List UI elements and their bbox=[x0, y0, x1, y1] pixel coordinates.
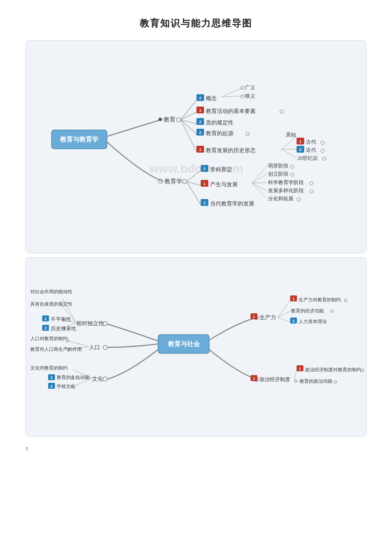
svg-text:教育的起源: 教育的起源 bbox=[206, 130, 233, 136]
svg-text:2: 2 bbox=[299, 147, 301, 152]
svg-text:教育学: 教育学 bbox=[164, 178, 182, 185]
svg-text:近代: 近代 bbox=[306, 147, 316, 153]
svg-text:1: 1 bbox=[199, 147, 201, 152]
svg-text:20世纪后: 20世纪后 bbox=[297, 155, 318, 161]
svg-text:2: 2 bbox=[292, 319, 294, 323]
svg-text:教育发展的历史形态: 教育发展的历史形态 bbox=[206, 147, 256, 153]
map-section-2: 教育与社会 相对独立性 对社会作用的能动性 具有自身质的规定性 2 不平衡性 2… bbox=[26, 257, 366, 436]
svg-text:萌芽阶段: 萌芽阶段 bbox=[268, 163, 288, 169]
svg-text:2: 2 bbox=[44, 326, 46, 330]
svg-text:教育与社会: 教育与社会 bbox=[167, 340, 200, 347]
svg-text:2: 2 bbox=[203, 167, 205, 171]
svg-text:教育与教育学: 教育与教育学 bbox=[60, 136, 98, 143]
svg-text:对社会作用的能动性: 对社会作用的能动性 bbox=[30, 289, 72, 294]
svg-text:1: 1 bbox=[253, 315, 255, 319]
svg-text:2: 2 bbox=[199, 96, 201, 100]
svg-text:教育活动的基本要素: 教育活动的基本要素 bbox=[206, 108, 256, 114]
svg-text:不平衡性: 不平衡性 bbox=[51, 316, 71, 322]
mind-map-container: www.bdocx.com 教育与教育学 教育 2 概念 广义 狭义 bbox=[26, 40, 366, 436]
svg-text:教育: 教育 bbox=[164, 116, 176, 123]
svg-text:文化: 文化 bbox=[92, 376, 103, 382]
svg-text:人口: 人口 bbox=[89, 344, 100, 350]
svg-text:概念: 概念 bbox=[206, 95, 217, 101]
svg-text:政治经济制度: 政治经济制度 bbox=[259, 376, 290, 382]
svg-text:2: 2 bbox=[199, 120, 201, 124]
svg-text:质的规定性: 质的规定性 bbox=[206, 119, 233, 126]
svg-text:产生与发展: 产生与发展 bbox=[210, 181, 238, 188]
svg-text:生产力对教育的制约: 生产力对教育的制约 bbox=[299, 297, 341, 302]
map-section-1: www.bdocx.com 教育与教育学 教育 2 概念 广义 狭义 bbox=[26, 40, 366, 253]
page-number: 1 bbox=[26, 445, 366, 452]
svg-text:2: 2 bbox=[50, 384, 52, 388]
svg-text:相对独立性: 相对独立性 bbox=[76, 320, 104, 327]
svg-text:1: 1 bbox=[292, 297, 294, 301]
svg-text:2: 2 bbox=[50, 376, 52, 380]
svg-text:1: 1 bbox=[253, 376, 255, 381]
svg-text:1: 1 bbox=[203, 182, 205, 186]
svg-text:1: 1 bbox=[299, 139, 301, 144]
svg-text:教育的经济功能: 教育的经济功能 bbox=[291, 308, 324, 313]
svg-text:古代: 古代 bbox=[306, 139, 316, 145]
page-title: 教育知识与能力思维导图 bbox=[26, 17, 366, 30]
svg-text:2: 2 bbox=[199, 130, 201, 135]
svg-text:人力资本理论: 人力资本理论 bbox=[299, 319, 327, 324]
svg-text:2: 2 bbox=[44, 317, 46, 321]
svg-text:教育的政治功能: 教育的政治功能 bbox=[300, 379, 332, 384]
svg-text:2: 2 bbox=[203, 201, 205, 205]
svg-text:教育对人口再生产的作用: 教育对人口再生产的作用 bbox=[30, 347, 82, 352]
svg-text:原始: 原始 bbox=[286, 132, 296, 138]
svg-text:生产力: 生产力 bbox=[259, 314, 276, 321]
svg-text:历史继承性: 历史继承性 bbox=[51, 326, 76, 332]
svg-text:1: 1 bbox=[299, 367, 301, 371]
svg-text:政治经济制度对教育的制约: 政治经济制度对教育的制约 bbox=[305, 367, 361, 372]
svg-text:1: 1 bbox=[199, 108, 201, 113]
svg-text:狭义: 狭义 bbox=[245, 93, 255, 99]
svg-text:人口对教育的制约: 人口对教育的制约 bbox=[30, 336, 68, 341]
svg-text:当代教育学的发展: 当代教育学的发展 bbox=[210, 200, 254, 207]
svg-text:学校文化: 学校文化 bbox=[57, 384, 75, 389]
svg-point-4 bbox=[159, 118, 162, 121]
svg-text:广义: 广义 bbox=[245, 84, 255, 90]
svg-text:文化对教育的制约: 文化对教育的制约 bbox=[30, 365, 68, 370]
svg-text:教育的文化功能: 教育的文化功能 bbox=[57, 375, 89, 380]
svg-text:创立阶段: 创立阶段 bbox=[268, 171, 288, 177]
svg-text:科学教育学阶段: 科学教育学阶段 bbox=[268, 179, 304, 185]
svg-text:学科界定: 学科界定 bbox=[210, 166, 232, 173]
svg-text:具有自身质的规定性: 具有自身质的规定性 bbox=[30, 301, 72, 306]
svg-text:发展多样化阶段: 发展多样化阶段 bbox=[268, 188, 304, 194]
svg-text:分化和拓展: 分化和拓展 bbox=[268, 196, 294, 202]
